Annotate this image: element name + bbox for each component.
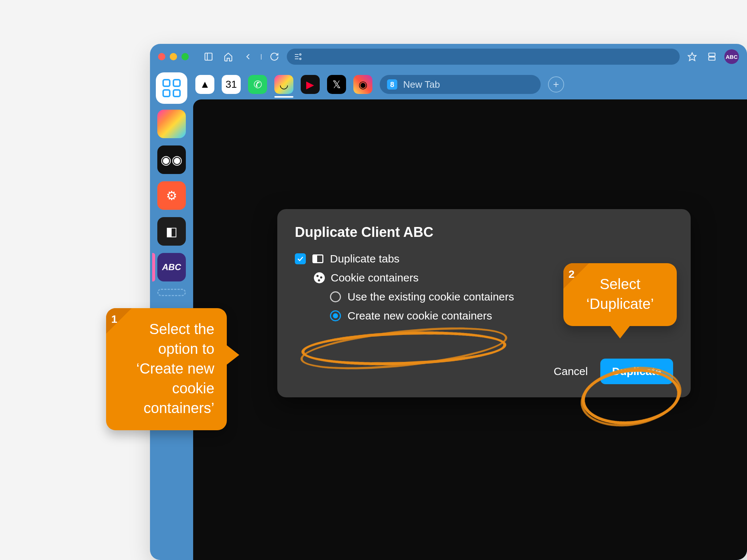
duplicate-tabs-label: Duplicate tabs [330,253,399,265]
svg-point-5 [300,54,301,55]
favorite-google-calendar[interactable]: 31 [222,75,241,94]
zoom-window[interactable] [181,53,189,60]
svg-point-6 [300,58,301,60]
svg-rect-0 [205,53,212,60]
minimize-window[interactable] [170,53,177,60]
favorite-clickup[interactable]: ◡ [274,75,293,94]
favorite-whatsapp[interactable]: ✆ [248,75,267,94]
tab-strip: ▲31✆◡▶𝕏◉ 8 New Tab + [193,73,747,99]
back-icon[interactable] [241,49,255,64]
hubspot-workspace[interactable]: ⚙ [157,181,186,210]
add-workspace[interactable] [157,289,186,296]
new-tab-button[interactable]: + [548,76,564,92]
tabs-icon [312,254,323,263]
active-tab[interactable]: 8 New Tab [380,75,541,94]
home-icon[interactable] [221,49,236,64]
panel-icon[interactable] [705,49,719,64]
tab-label: New Tab [403,79,440,90]
hootsuite-workspace[interactable]: ◉◉ [157,145,186,174]
annotation-step-2-text: Select ‘Duplicate’ [576,274,664,314]
chrome-top-bar: | ABC [150,44,747,69]
svg-rect-9 [709,57,715,60]
duplicate-tabs-checkbox[interactable] [295,253,306,264]
svg-rect-8 [709,53,715,56]
apps-grid[interactable] [157,74,186,102]
favorite-google-drive[interactable]: ▲ [195,75,214,94]
window-controls [158,53,189,60]
radio-existing-label: Use the existing cookie containers [348,291,514,303]
clickup-workspace[interactable] [157,110,186,138]
page-viewport: Duplicate Client ABC Duplicate tabs [193,99,747,560]
radio-new[interactable] [330,310,341,321]
tab-favicon: 8 [387,79,397,90]
annotation-step-1: 1 Select the option to ‘Create new cooki… [106,308,227,430]
favorite-youtube[interactable]: ▶ [301,75,320,94]
reload-icon[interactable] [267,49,282,64]
annotation-step-1-text: Select the option to ‘Create new cookie … [119,319,214,418]
nav-separator: | [260,53,262,60]
abc-workspace[interactable]: ABC [157,253,186,281]
cookie-icon [314,272,325,283]
favorite-x-twitter[interactable]: 𝕏 [327,75,346,94]
star-icon[interactable] [685,49,699,64]
svg-marker-7 [688,53,696,61]
dialog-title: Duplicate Client ABC [295,224,673,240]
profile-avatar[interactable]: ABC [724,49,739,64]
radio-new-label: Create new cookie containers [348,310,492,322]
cancel-button[interactable]: Cancel [554,365,588,378]
address-bar[interactable] [287,49,680,65]
favorite-instagram[interactable]: ◉ [353,75,372,94]
sidebar-toggle-icon[interactable] [201,49,216,64]
duplicate-button[interactable]: Duplicate [600,359,673,384]
cookie-header-label: Cookie containers [331,272,418,284]
close-window[interactable] [158,53,165,60]
figma-workspace[interactable]: ◧ [157,217,186,246]
annotation-step-2: 2 Select ‘Duplicate’ [563,263,677,326]
radio-existing[interactable] [330,291,341,302]
